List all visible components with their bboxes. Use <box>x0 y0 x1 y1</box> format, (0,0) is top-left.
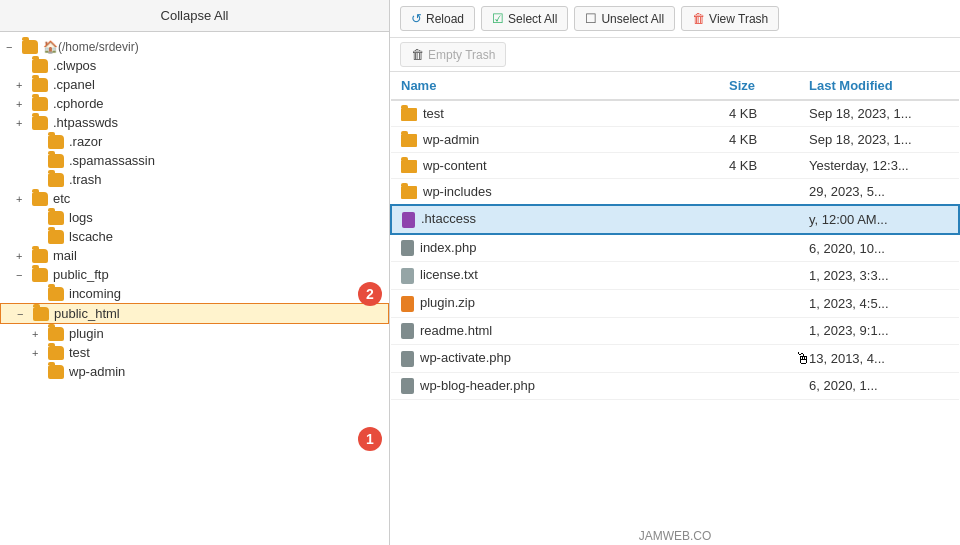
table-row[interactable]: readme.html 1, 2023, 9:1... <box>391 317 959 345</box>
table-row[interactable]: wp-content 4 KB Yesterday, 12:3... <box>391 153 959 179</box>
tree-toggle[interactable]: + <box>32 347 46 359</box>
table-row[interactable]: test 4 KB Sep 18, 2023, 1... <box>391 100 959 127</box>
folder-icon <box>32 116 48 130</box>
tree-item-label: public_ftp <box>53 267 109 282</box>
folder-icon <box>401 108 417 121</box>
tree-item-label: logs <box>69 210 93 225</box>
txt-icon <box>401 268 414 284</box>
folder-icon <box>401 134 417 147</box>
file-name-cell: .htaccess <box>391 205 719 234</box>
tree-toggle[interactable]: + <box>16 193 30 205</box>
file-size-cell: 4 KB <box>719 127 799 153</box>
folder-icon <box>32 78 48 92</box>
file-size-cell <box>719 317 799 345</box>
unselect-all-button[interactable]: ☐ Unselect All <box>574 6 675 31</box>
folder-icon <box>48 287 64 301</box>
tree-item-mail[interactable]: +mail <box>0 246 389 265</box>
file-modified-cell: Sep 18, 2023, 1... <box>799 127 959 153</box>
file-modified-cell: 6, 2020, 1... <box>799 372 959 400</box>
file-name-cell: index.php <box>391 234 719 262</box>
reload-icon: ↺ <box>411 11 422 26</box>
tree-item-etc[interactable]: +etc <box>0 189 389 208</box>
tree-toggle[interactable]: − <box>6 41 20 53</box>
folder-icon <box>32 97 48 111</box>
file-name-cell: wp-admin <box>391 127 719 153</box>
tree-item-razor[interactable]: .razor <box>0 132 389 151</box>
tree-item-test[interactable]: +test <box>0 343 389 362</box>
collapse-all-button[interactable]: Collapse All <box>0 0 389 32</box>
folder-icon <box>48 211 64 225</box>
table-row[interactable]: wp-admin 4 KB Sep 18, 2023, 1... <box>391 127 959 153</box>
col-name[interactable]: Name <box>391 72 719 100</box>
toolbar-row2: 🗑 Empty Trash <box>390 38 960 72</box>
trash-icon: 🗑 <box>692 11 705 26</box>
toolbar-row1: ↺ Reload ☑ Select All ☐ Unselect All 🗑 V… <box>390 0 960 38</box>
tree-toggle[interactable]: + <box>16 117 30 129</box>
reload-button[interactable]: ↺ Reload <box>400 6 475 31</box>
tree-item-label: .htpasswds <box>53 115 118 130</box>
home-symbol: 🏠 <box>43 40 58 54</box>
tree-item-logs[interactable]: logs <box>0 208 389 227</box>
select-all-button[interactable]: ☑ Select All <box>481 6 568 31</box>
tree-item-spamassassin[interactable]: .spamassassin <box>0 151 389 170</box>
table-row[interactable]: .htaccess y, 12:00 AM... <box>391 205 959 234</box>
table-row[interactable]: index.php 6, 2020, 10... <box>391 234 959 262</box>
tree-item-lscache[interactable]: lscache <box>0 227 389 246</box>
table-row[interactable]: wp-includes 29, 2023, 5... <box>391 179 959 206</box>
view-trash-button[interactable]: 🗑 View Trash <box>681 6 779 31</box>
file-modified-cell: 1, 2023, 3:3... <box>799 262 959 290</box>
tree-item-public_html[interactable]: −public_html <box>0 303 389 324</box>
folder-icon <box>32 268 48 282</box>
empty-trash-button[interactable]: 🗑 Empty Trash <box>400 42 506 67</box>
html-icon <box>401 323 414 339</box>
tree-item-trash[interactable]: .trash <box>0 170 389 189</box>
tree-toggle[interactable]: + <box>16 79 30 91</box>
tree-toggle[interactable]: − <box>16 269 30 281</box>
file-size-cell <box>719 234 799 262</box>
tree-item-label: .cpanel <box>53 77 95 92</box>
folder-icon <box>32 192 48 206</box>
col-modified[interactable]: Last Modified <box>799 72 959 100</box>
tree-item-wp-admin[interactable]: wp-admin <box>0 362 389 381</box>
table-row[interactable]: wp-blog-header.php 6, 2020, 1... <box>391 372 959 400</box>
tree-item-label: .spamassassin <box>69 153 155 168</box>
table-row[interactable]: plugin.zip 1, 2023, 4:5... <box>391 289 959 317</box>
tree-toggle[interactable]: + <box>16 250 30 262</box>
col-size[interactable]: Size <box>719 72 799 100</box>
tree-toggle[interactable]: + <box>32 328 46 340</box>
annotation-badge-1: 1 <box>358 427 382 451</box>
tree-item-incoming[interactable]: incoming <box>0 284 389 303</box>
tree-item-cphorde[interactable]: +.cphorde <box>0 94 389 113</box>
folder-icon <box>32 59 48 73</box>
tree-toggle[interactable]: + <box>16 98 30 110</box>
check-icon: ☑ <box>492 11 504 26</box>
tree-item-public_ftp[interactable]: −public_ftp <box>0 265 389 284</box>
file-size-cell: 4 KB <box>719 100 799 127</box>
tree-item-home[interactable]: −🏠(/home/srdevir) <box>0 38 389 56</box>
tree-item-label: wp-admin <box>69 364 125 379</box>
tree-item-label: .cphorde <box>53 96 104 111</box>
tree-item-label: public_html <box>54 306 120 321</box>
left-panel: Collapse All −🏠(/home/srdevir).clwpos+.c… <box>0 0 390 545</box>
tree-item-label: plugin <box>69 326 104 341</box>
table-row[interactable]: wp-activate.php 13, 2013, 4... <box>391 345 959 373</box>
uncheck-icon: ☐ <box>585 11 597 26</box>
file-modified-cell: 13, 2013, 4... <box>799 345 959 373</box>
tree-item-label: lscache <box>69 229 113 244</box>
folder-icon <box>401 186 417 199</box>
tree-item-cpanel[interactable]: +.cpanel <box>0 75 389 94</box>
file-size-cell <box>719 289 799 317</box>
file-name-cell: wp-activate.php <box>391 345 719 373</box>
folder-icon <box>32 249 48 263</box>
folder-icon <box>48 173 64 187</box>
tree-item-plugin[interactable]: +plugin <box>0 324 389 343</box>
folder-icon <box>33 307 49 321</box>
tree-item-clwpos[interactable]: .clwpos <box>0 56 389 75</box>
tree-item-htpasswds[interactable]: +.htpasswds <box>0 113 389 132</box>
file-modified-cell: 29, 2023, 5... <box>799 179 959 206</box>
tree-toggle[interactable]: − <box>17 308 31 320</box>
file-modified-cell: 6, 2020, 10... <box>799 234 959 262</box>
file-name-cell: test <box>391 100 719 127</box>
table-row[interactable]: license.txt 1, 2023, 3:3... <box>391 262 959 290</box>
file-name-cell: license.txt <box>391 262 719 290</box>
